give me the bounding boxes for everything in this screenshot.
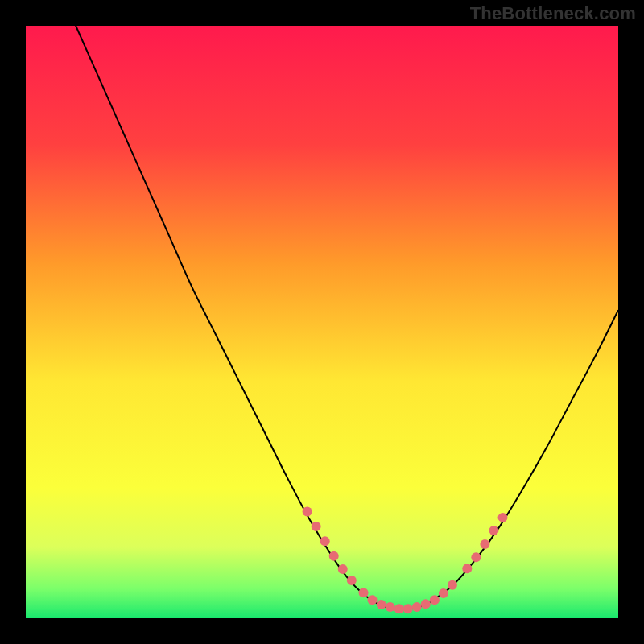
chart-marker xyxy=(386,602,395,612)
chart-marker xyxy=(480,539,489,549)
chart-marker xyxy=(303,507,312,517)
chart-marker xyxy=(359,588,369,597)
watermark-label: TheBottleneck.com xyxy=(470,3,636,24)
chart-marker xyxy=(448,580,457,590)
chart-marker xyxy=(403,604,413,613)
chart-marker xyxy=(347,576,357,585)
chart-marker xyxy=(377,600,386,609)
chart-marker xyxy=(462,564,472,573)
chart-marker xyxy=(471,552,481,562)
chart-marker xyxy=(320,536,330,546)
chart-marker xyxy=(430,595,440,605)
chart-marker xyxy=(312,522,321,531)
chart-marker xyxy=(329,551,339,561)
chart-marker xyxy=(368,595,378,605)
chart-marker xyxy=(338,564,348,574)
chart-marker xyxy=(497,513,507,522)
chart-marker xyxy=(394,604,404,613)
chart-marker xyxy=(421,599,431,609)
bottleneck-chart xyxy=(0,0,644,644)
chart-marker xyxy=(489,526,498,535)
chart-marker xyxy=(439,588,448,598)
chart-marker xyxy=(412,602,422,612)
chart-frame: TheBottleneck.com xyxy=(0,0,644,644)
